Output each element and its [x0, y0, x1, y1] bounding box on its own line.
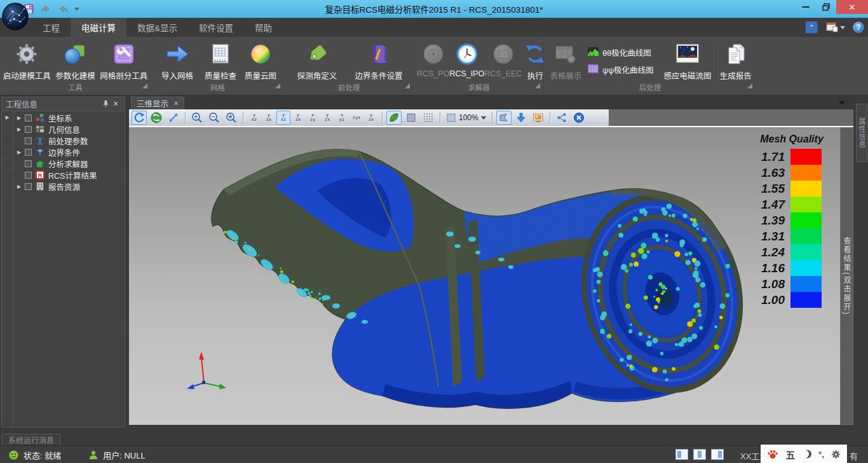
3d-viewport[interactable]: Mesh Quality 1.711.631.551.471.391.311.2…	[129, 127, 840, 425]
axis-view-button-3[interactable]: yxz	[276, 111, 290, 125]
close-button[interactable]: ✕	[836, 0, 868, 14]
axis-view-button-1[interactable]: yxz	[247, 111, 261, 125]
quick-access-dropdown-icon[interactable]	[74, 8, 79, 11]
axis-view-button-8[interactable]: zyx	[349, 111, 363, 125]
panel-close-icon[interactable]: ✕	[111, 100, 121, 108]
import-mesh-button[interactable]: 导入网格	[154, 39, 200, 83]
menu-tab-project[interactable]: 工程	[32, 18, 71, 37]
checkbox[interactable]	[25, 172, 32, 179]
tab-3d-display[interactable]: 三维显示 ✕	[131, 97, 184, 109]
menu-tab-settings[interactable]: 软件设置	[188, 18, 244, 37]
expand-arrow-icon[interactable]: ▶	[13, 127, 25, 132]
dialog-launcher-icon[interactable]	[535, 81, 540, 92]
system-message-tab[interactable]: 系统运行消息	[2, 434, 60, 445]
export-image-button[interactable]	[531, 111, 546, 125]
redo-icon[interactable]	[57, 3, 69, 15]
window-style-button[interactable]	[825, 22, 845, 33]
shaded-view-button[interactable]	[386, 111, 402, 125]
minimize-button[interactable]	[796, 0, 816, 14]
dialog-launcher-icon[interactable]	[405, 81, 410, 92]
axis-view-button-9[interactable]: yzx	[364, 111, 378, 125]
results-collapsed-tab[interactable]: 查看结果(双击展开)	[840, 127, 853, 425]
quality-cloud-button[interactable]: 质量云图	[241, 39, 280, 83]
tree-item-solver[interactable]: 分析求解器	[13, 158, 125, 169]
ribbon-button-label: 探测角定义	[297, 69, 337, 81]
zoom-fit-button[interactable]	[224, 111, 239, 125]
theta-polarization-curve-button[interactable]: θθ极化曲线图	[588, 46, 656, 59]
mesh-partition-tool-button[interactable]: 网格剖分工具	[100, 39, 148, 83]
legend-color-swatch	[790, 181, 822, 197]
generate-report-button[interactable]: 生成报告	[719, 39, 753, 83]
checkbox[interactable]	[25, 114, 32, 121]
properties-collapsed-tab[interactable]: 属性信息	[856, 104, 867, 162]
expand-arrow-icon[interactable]: ▶	[13, 149, 25, 155]
axis-view-button-4[interactable]: yzx	[291, 111, 305, 125]
tree-item-coordinate-system[interactable]: ▶ 坐标系	[13, 112, 125, 123]
checkbox[interactable]	[25, 137, 32, 144]
axis-view-button-2[interactable]: yzx	[262, 111, 276, 125]
tree-item-report-resources[interactable]: ▶ 报告资源	[13, 181, 125, 192]
ime-halfmoon-icon[interactable]	[803, 450, 811, 459]
probe-angle-define-button[interactable]: 探测角定义	[287, 39, 347, 83]
expand-arrow-icon[interactable]: ▶	[13, 115, 25, 121]
share-view-button[interactable]	[554, 111, 569, 125]
launch-modeling-tool-button[interactable]: 启动建模工具	[3, 39, 51, 83]
rcs-ipo-button[interactable]: RCS_IPO	[449, 39, 484, 83]
undo-icon[interactable]	[40, 3, 51, 15]
checkbox[interactable]	[25, 149, 32, 156]
zoom-in-button[interactable]	[189, 111, 205, 125]
zoom-out-button[interactable]	[207, 111, 222, 125]
dialog-launcher-icon[interactable]	[747, 81, 752, 92]
tree-item-geometry-info[interactable]: ▶ 几何信息	[13, 123, 125, 135]
menu-tab-help[interactable]: 帮助	[244, 18, 283, 37]
expand-arrow-icon[interactable]: ▶	[13, 184, 25, 190]
tree-item-rcs-results[interactable]: R RCS计算结果	[13, 169, 125, 181]
gutter-expand-icon[interactable]: ▶	[2, 112, 13, 123]
checkbox[interactable]	[25, 183, 32, 190]
tree-item-boundary-conditions[interactable]: ▶ 边界条件	[13, 146, 125, 158]
ime-settings-gear-icon[interactable]	[831, 450, 841, 459]
download-view-button[interactable]	[513, 111, 529, 125]
dialog-launcher-icon[interactable]	[142, 81, 147, 92]
hidden-line-view-button[interactable]	[403, 111, 419, 125]
menu-tab-em-compute[interactable]: 电磁计算	[71, 18, 126, 37]
wireframe-points-button[interactable]	[421, 111, 436, 125]
axis-view-button-5[interactable]: xzy	[306, 111, 320, 125]
checkbox[interactable]	[25, 160, 32, 167]
induced-current-map-button[interactable]: 感应电磁流图	[660, 39, 715, 83]
quality-check-button[interactable]: 质量检查	[200, 39, 241, 83]
dialog-launcher-icon[interactable]	[275, 81, 280, 92]
ribbon-collapse-icon[interactable]: ⌃	[805, 21, 818, 34]
layout-left-button[interactable]	[675, 449, 688, 460]
layout-middle-button[interactable]	[693, 449, 706, 460]
legend-value-label: 1.47	[754, 197, 790, 212]
zoom-level-combo[interactable]: 100%	[444, 113, 488, 123]
layout-buttons	[675, 449, 724, 460]
tab-close-icon[interactable]: ✕	[173, 100, 179, 107]
tab-list-dropdown-icon[interactable]	[839, 101, 845, 105]
rcs-eec-button[interactable]: RCS_EEC	[484, 39, 522, 83]
pin-icon[interactable]	[100, 100, 111, 109]
ime-wubi-mode[interactable]: 五	[785, 448, 795, 461]
axis-view-button-6[interactable]: yzx	[320, 111, 334, 125]
tree-item-preprocess-params[interactable]: T 前处理参数	[13, 135, 125, 146]
layout-right-button[interactable]	[711, 449, 724, 460]
rcs-po-button[interactable]: RCS_PO	[417, 39, 449, 83]
psi-polarization-curve-button[interactable]: ψψ极化曲线图	[588, 64, 656, 76]
table-display-button[interactable]: 表格展示	[547, 39, 584, 83]
refresh-view-button[interactable]	[149, 111, 164, 125]
axis-view-button-7[interactable]: xyz	[335, 111, 349, 125]
ime-paw-icon[interactable]	[767, 449, 778, 459]
parametric-modeling-button[interactable]: 参数化建模	[51, 39, 99, 83]
help-icon[interactable]: ?	[853, 22, 864, 33]
pan-zoom-arrow-button[interactable]	[166, 111, 181, 125]
previous-view-button[interactable]	[496, 111, 512, 125]
checkbox[interactable]	[25, 126, 32, 133]
menu-tab-data-display[interactable]: 数据&显示	[126, 18, 188, 37]
restore-button[interactable]	[816, 0, 836, 14]
close-view-button[interactable]	[571, 111, 587, 125]
ime-punctuation-mode[interactable]: °,	[818, 450, 824, 459]
rotate-view-button[interactable]	[132, 111, 147, 125]
legend-value-label: 1.08	[754, 276, 790, 292]
boundary-condition-settings-button[interactable]: 边界条件设置	[347, 39, 410, 83]
